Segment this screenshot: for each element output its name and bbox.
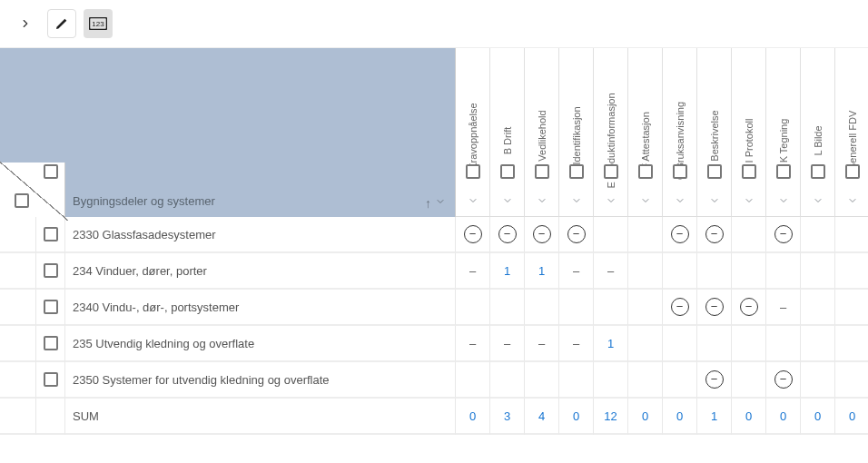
minus-circle-icon[interactable]: −	[464, 225, 482, 243]
column-select-checkbox[interactable]	[604, 164, 618, 179]
row-select-checkbox[interactable]	[44, 227, 58, 241]
column-expand-toggle[interactable]	[537, 195, 547, 209]
row-label-cell: 234 Vinduer, dører, porter	[65, 253, 456, 290]
select-all-rows-checkbox[interactable]	[15, 193, 29, 208]
sum-value: 0	[469, 409, 476, 423]
data-cell: −	[697, 362, 732, 399]
row-select-checkbox[interactable]	[44, 300, 58, 314]
row-select-checkbox[interactable]	[44, 336, 58, 350]
column-expand-toggle[interactable]	[813, 195, 824, 209]
data-cell	[801, 362, 835, 399]
row-label-cell: 2330 Glassfasadesystemer	[65, 217, 456, 253]
data-cell	[801, 253, 835, 290]
minus-circle-icon[interactable]: −	[774, 225, 793, 243]
chevron-down-icon	[675, 195, 686, 206]
column-header-K: K Tegning	[766, 48, 801, 217]
sum-value: 0	[849, 409, 855, 423]
sum-value: 0	[745, 409, 752, 423]
minus-circle-icon[interactable]: −	[671, 298, 689, 316]
column-expand-toggle[interactable]	[571, 195, 582, 209]
sum-cell: 4	[525, 399, 559, 435]
select-all-checkbox[interactable]	[44, 164, 58, 179]
column-header-I: I Protokoll	[732, 48, 766, 217]
data-cell: –	[490, 326, 525, 362]
column-select-checkbox[interactable]	[673, 164, 687, 179]
data-cell: −	[525, 217, 559, 253]
data-cell: –	[456, 326, 490, 362]
data-cell: −	[663, 217, 697, 253]
data-cell	[490, 362, 525, 399]
row-sort-control[interactable]: ↑	[425, 196, 446, 210]
chevron-down-icon	[813, 195, 824, 206]
column-expand-toggle[interactable]	[468, 195, 478, 209]
sum-cell: 0	[456, 399, 490, 435]
row-label: 234 Vinduer, dører, porter	[73, 264, 207, 278]
expand-panel-button[interactable]	[11, 9, 40, 38]
sum-gutter	[0, 399, 36, 435]
dash-value: –	[469, 337, 476, 350]
minus-circle-icon[interactable]: −	[705, 298, 724, 316]
chevron-down-icon	[744, 195, 755, 206]
data-cell	[801, 290, 835, 326]
sum-cell: 1	[697, 399, 732, 435]
minus-circle-icon[interactable]: −	[671, 225, 689, 243]
numbers-view-button[interactable]: 123	[84, 9, 113, 38]
corner-header: Bygningsdeler og systemer ↑	[0, 48, 456, 217]
row-select-checkbox[interactable]	[44, 372, 58, 387]
minus-circle-icon[interactable]: −	[705, 370, 724, 389]
data-cell: 1	[490, 253, 525, 290]
data-cell	[456, 362, 490, 399]
column-select-checkbox[interactable]	[742, 164, 756, 179]
column-select-checkbox[interactable]	[845, 164, 860, 179]
column-select-checkbox[interactable]	[638, 164, 653, 179]
column-select-checkbox[interactable]	[569, 164, 584, 179]
edit-button[interactable]	[47, 9, 76, 38]
sum-cell: 0	[628, 399, 663, 435]
column-label: I Protokoll	[744, 119, 755, 163]
row-select-cell	[36, 217, 65, 253]
row-label-cell: 2350 Systemer for utvendig kledning og o…	[65, 362, 456, 399]
data-cell: –	[559, 326, 594, 362]
column-label: F Attestasjon	[640, 112, 651, 170]
row-select-checkbox[interactable]	[44, 263, 58, 278]
column-select-checkbox[interactable]	[535, 164, 549, 179]
sum-cell: 12	[594, 399, 628, 435]
column-expand-toggle[interactable]	[502, 195, 513, 209]
column-select-checkbox[interactable]	[776, 164, 791, 179]
column-expand-toggle[interactable]	[606, 195, 616, 209]
chevron-down-icon	[709, 195, 720, 206]
column-label: C Vedlikehold	[537, 110, 547, 171]
minus-circle-icon[interactable]: −	[740, 298, 758, 316]
dash-value: –	[780, 300, 786, 314]
sum-cell: 0	[766, 399, 801, 435]
data-cell: −	[663, 290, 697, 326]
column-header-B: B Drift	[490, 48, 525, 217]
data-cell: −	[559, 217, 594, 253]
row-select-cell	[36, 253, 65, 290]
row-select-cell	[36, 326, 65, 362]
row-gutter	[0, 362, 36, 399]
column-expand-toggle[interactable]	[847, 195, 858, 209]
column-header-C: C Vedlikehold	[525, 48, 559, 217]
column-expand-toggle[interactable]	[640, 195, 651, 209]
column-select-checkbox[interactable]	[500, 164, 515, 179]
column-expand-toggle[interactable]	[778, 195, 789, 209]
column-expand-toggle[interactable]	[709, 195, 720, 209]
sum-label: SUM	[73, 409, 99, 423]
column-select-checkbox[interactable]	[707, 164, 722, 179]
minus-circle-icon[interactable]: −	[567, 225, 586, 243]
column-header-GEN: Generell FDV	[835, 48, 868, 217]
column-select-checkbox[interactable]	[466, 164, 480, 179]
data-cell	[525, 362, 559, 399]
row-label: 235 Utvendig kledning og overflate	[73, 337, 254, 350]
sum-cell: 0	[663, 399, 697, 435]
minus-circle-icon[interactable]: −	[774, 370, 793, 389]
minus-circle-icon[interactable]: −	[498, 225, 517, 243]
sum-value: 4	[538, 409, 545, 423]
dash-value: –	[538, 337, 545, 350]
minus-circle-icon[interactable]: −	[533, 225, 551, 243]
minus-circle-icon[interactable]: −	[705, 225, 724, 243]
column-expand-toggle[interactable]	[744, 195, 755, 209]
column-select-checkbox[interactable]	[811, 164, 825, 179]
column-expand-toggle[interactable]	[675, 195, 686, 209]
